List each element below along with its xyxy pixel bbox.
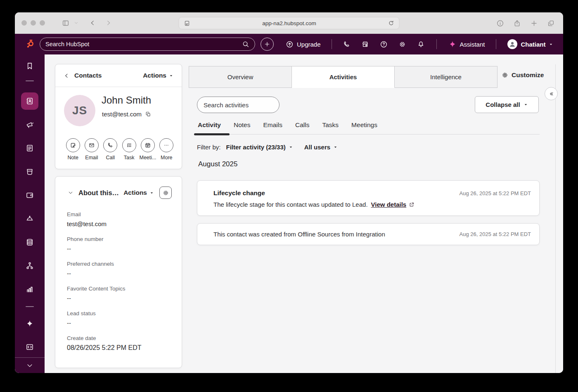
envelope-icon — [88, 142, 95, 149]
collapse-section-icon[interactable] — [68, 190, 73, 196]
settings-icon[interactable] — [398, 40, 406, 48]
tab-activities[interactable]: Activities — [292, 66, 395, 88]
global-search-input[interactable] — [45, 41, 242, 47]
subtab-notes[interactable]: Notes — [233, 120, 251, 130]
meeting-button[interactable]: Meeti... — [138, 138, 157, 161]
record-tabs: Overview Activities Intelligence — [189, 66, 497, 88]
more-button[interactable]: More — [157, 138, 176, 161]
database-icon — [25, 238, 34, 247]
reload-icon[interactable] — [388, 20, 395, 26]
sidebar-toggle-icon[interactable] — [62, 19, 70, 27]
about-actions-dropdown[interactable]: Actions — [123, 189, 154, 196]
note-button[interactable]: Note — [64, 138, 82, 161]
phone-icon — [107, 142, 114, 149]
hubspot-logo[interactable] — [24, 39, 36, 50]
sidebar-item-automation[interactable] — [15, 261, 45, 270]
chevron-down-icon[interactable] — [74, 21, 78, 25]
activity-card-created: This contact was created from Offline So… — [197, 223, 540, 245]
gear-icon — [162, 189, 169, 196]
right-panel-divider — [555, 64, 556, 373]
info-icon[interactable] — [496, 19, 504, 27]
basket-icon — [25, 167, 34, 176]
contact-actions-dropdown[interactable]: Actions — [143, 72, 173, 79]
call-button[interactable]: Call — [101, 138, 120, 161]
create-button[interactable] — [261, 38, 274, 51]
sidebar-item-bookmarks[interactable] — [15, 61, 45, 71]
sidebar-item-ai[interactable] — [15, 319, 45, 328]
sidebar-item-content[interactable] — [15, 144, 45, 153]
app-sidebar — [15, 54, 45, 373]
forward-icon[interactable] — [105, 19, 112, 26]
back-chevron-icon[interactable] — [64, 73, 70, 79]
back-icon[interactable] — [89, 19, 96, 26]
close-window-button[interactable] — [21, 20, 27, 26]
search-activities-input[interactable] — [204, 102, 286, 109]
contacts-icon — [25, 97, 34, 106]
caret-down-icon — [289, 145, 293, 149]
activity-timestamp: Aug 26, 2025 at 5:22 PM EDT — [460, 190, 531, 196]
assistant-button[interactable]: Assistant — [448, 40, 485, 48]
breadcrumb[interactable]: Contacts — [74, 72, 102, 79]
zoom-window-button[interactable] — [40, 20, 45, 26]
nav-divider — [436, 39, 437, 49]
account-menu[interactable]: Chatiant — [507, 39, 553, 49]
help-icon[interactable] — [380, 40, 388, 48]
notifications-icon[interactable] — [417, 40, 425, 48]
task-button[interactable]: Task — [120, 138, 138, 161]
tab-overview-icon[interactable] — [547, 19, 555, 27]
sidebar-expand-button[interactable] — [15, 357, 45, 373]
sidebar-item-marketing[interactable] — [15, 120, 45, 130]
active-subtab-indicator — [194, 133, 230, 135]
contact-email[interactable]: test@test.com — [102, 111, 142, 118]
user-filter-dropdown[interactable]: All users — [304, 144, 338, 151]
email-button[interactable]: Email — [82, 138, 101, 161]
sidebar-item-data[interactable] — [15, 238, 45, 247]
sidebar-item-contacts[interactable] — [15, 97, 45, 106]
sidebar-item-reporting[interactable] — [15, 285, 45, 294]
subtab-calls[interactable]: Calls — [294, 120, 310, 130]
tab-overview[interactable]: Overview — [189, 66, 292, 88]
caret-down-icon — [169, 73, 173, 78]
field-create-date: Create date 08/26/2025 5:22 PM EDT — [67, 335, 170, 352]
activity-card-lifecycle: Lifecycle change Aug 26, 2025 at 5:22 PM… — [197, 180, 540, 216]
share-icon[interactable] — [513, 19, 521, 27]
subtab-emails[interactable]: Emails — [263, 120, 284, 130]
window-controls — [21, 20, 49, 26]
document-icon — [25, 144, 34, 153]
caret-down-icon — [333, 145, 338, 149]
subtab-activity[interactable]: Activity — [197, 120, 222, 130]
sidebar-item-commerce[interactable] — [15, 167, 45, 176]
subtab-meetings[interactable]: Meetings — [351, 120, 378, 130]
activity-filter-dropdown[interactable]: Filter activity (23/33) — [226, 144, 293, 151]
address-bar[interactable]: app-na2.hubspot.com — [179, 17, 400, 29]
collapse-panel-button[interactable] — [545, 87, 558, 100]
person-icon — [508, 40, 516, 48]
sidebar-item-developer[interactable] — [15, 342, 45, 352]
minimize-window-button[interactable] — [31, 20, 36, 26]
sidebar-item-service[interactable] — [15, 214, 45, 223]
bookmark-icon — [25, 61, 34, 71]
customize-button[interactable]: Customize — [501, 71, 544, 79]
hubspot-topnav: Upgrade Assistant Chatiant — [15, 34, 563, 54]
marketplace-icon[interactable] — [361, 40, 369, 48]
global-search[interactable] — [40, 38, 255, 51]
copy-icon[interactable] — [145, 111, 152, 118]
nav-divider — [496, 39, 496, 49]
caret-down-icon — [549, 42, 553, 47]
about-settings-button[interactable] — [159, 187, 172, 199]
new-tab-icon[interactable] — [530, 19, 538, 27]
sidebar-item-payments[interactable] — [15, 191, 45, 200]
about-title: About this… — [78, 189, 119, 197]
calling-icon[interactable] — [343, 40, 351, 48]
upgrade-button[interactable]: Upgrade — [286, 40, 321, 48]
collapse-all-button[interactable]: Collapse all — [475, 96, 539, 113]
external-link-icon[interactable] — [409, 202, 415, 208]
search-activities[interactable] — [197, 97, 280, 113]
subtab-tasks[interactable]: Tasks — [321, 120, 339, 130]
account-name: Chatiant — [521, 41, 545, 48]
field-lead-status: Lead status -- — [67, 310, 170, 327]
search-icon — [242, 40, 249, 48]
tab-intelligence[interactable]: Intelligence — [395, 66, 497, 88]
field-preferred-channels: Preferred channels -- — [67, 261, 170, 277]
view-details-link[interactable]: View details — [371, 201, 407, 208]
